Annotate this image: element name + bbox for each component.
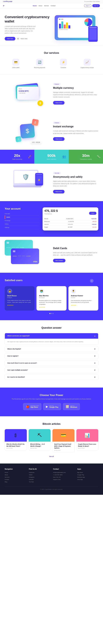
test-name-alan: Alan Morrtes [39,295,64,296]
footer-link-contact[interactable]: Contact [5,479,26,480]
dot-3[interactable] [53,313,54,314]
send-button[interactable]: Send [89,212,96,215]
security-tag: Security [53,172,61,174]
account-nav-exchange[interactable]: Exchange [5,219,39,222]
dot-1[interactable] [49,313,50,314]
appstore-button[interactable]: 🍎 Download on the App Store [23,403,42,410]
phone-card [88,26,98,42]
article-card-4[interactable]: 📊 Crypto Returns From Loss: Ready To Mov… [76,429,98,452]
nav-buttons: Sign In Sign Up [84,4,100,7]
nav-link-service[interactable]: Service [44,5,49,6]
footer-link-about[interactable]: About [5,474,26,476]
store-buttons: 🍎 Download on the App Store ▶ Get it on … [5,403,98,410]
article-date-4: Nov 10, 2021 [78,448,97,449]
exchange-card-2: Ξ [15,136,22,142]
security-illustration: 🛡️ 🔒 [13,170,42,195]
start-now-button[interactable]: Start now [5,37,15,40]
footer-phone[interactable]: +1 234 567 8900 [53,474,74,476]
multicurrency-visual: Bitcoin 0.0234 BTC ≈ $1,234.56 ₿ [5,81,50,106]
article-title-3: Send Your Payment Used With A Rage Of Pa… [54,443,73,449]
faq-chevron-2: ▼ [94,348,96,350]
footer-app-store[interactable]: App Store [77,472,98,473]
see-all-link[interactable]: See all [5,456,98,457]
faq-q-text-5: Can I open multiple accounts? [7,369,28,371]
article-body-1: Why Do Altcoins Exist? Do We Still Need … [5,442,27,450]
exchange-btn[interactable]: Read more [53,137,64,141]
footer-link-twitter[interactable]: Twitter [29,474,50,476]
exchange-illustration: $ ₿ Ξ 1 BTC = $43,250 [13,118,42,144]
sign-in-button[interactable]: Sign In [84,4,91,7]
account-nav-history[interactable]: History [5,222,39,226]
account-nav-settings[interactable]: Settings [5,226,39,229]
faq-question-3[interactable]: How to register? ▼ [5,353,98,359]
nav-link-about[interactable]: About [39,5,42,6]
card-num-blue: 8881 **** **** 1006 [13,255,37,257]
cards-visual: 5121 **** **** 7105 VISA 8881 **** **** … [5,243,50,266]
card-line [89,27,97,28]
article-img-4: 📊 [76,429,98,442]
stat-item-transactions: 30m Transactions monthly 💸 [69,150,103,164]
dot-2[interactable] [51,313,52,314]
account-nav-wallet[interactable]: Wallet [5,216,39,219]
faq-item-5: Can I open multiple accounts? ▼ [5,367,98,373]
security-desc: Digital wallet with best safety protecti… [53,180,98,187]
visa-logo-2: VISA [33,261,37,262]
footer-google-play[interactable]: Google Play [77,474,98,476]
stat-label-speed: Faster processing [3,158,31,160]
faq-list: Which currencies are supported? ▲ We sup… [5,333,98,380]
card-blue: 8881 **** **** 1006 VISA [11,248,39,264]
windows-icon: 🪟 [66,405,69,408]
sign-up-button[interactable]: Sign Up [92,4,100,7]
phone-screen: 🔒 [36,176,42,184]
article-body-4: Crypto Returns From Loss: Ready To Move?… [76,442,98,450]
tx-amount-litecoin: +2.5 LTC [68,224,73,225]
footer-col-navigation: Navigation Home About Services Contact B… [5,468,26,484]
faq-question-2[interactable]: What is the PayOut? ▼ [5,346,98,352]
faq-item-4: How much does it cost to open an account… [5,360,98,366]
nav-link-contact[interactable]: Contact [51,5,56,6]
article-card-3[interactable]: 💳 Send Your Payment Used With A Rage Of … [52,429,74,452]
security-title: Anonymously and safely [53,176,98,178]
watch-video-button[interactable]: ▶ Watch video [17,37,27,40]
article-card-1[interactable]: ₿ Why Do Altcoins Exist? Do We Still Nee… [5,429,27,452]
tx-value-litecoin: +$45.80 [92,224,96,225]
footer-link-facebook[interactable]: Facebook [29,472,50,473]
footer-support[interactable]: Support Chat [53,479,74,480]
services-title: Our services [5,52,98,54]
mockup-label: Portfolio Overview [59,29,91,30]
footer-link-linkedin[interactable]: LinkedIn [29,479,50,480]
multicurrency-btn[interactable]: Read more [53,101,64,104]
account-nav-overview[interactable]: Overview [5,212,39,216]
article-date-1: Oct 14, 2021 [7,448,25,449]
footer-link-services[interactable]: Services [5,476,26,478]
footer-link-youtube[interactable]: YouTube [29,481,50,482]
faq-question-5[interactable]: Can I open multiple accounts? ▼ [5,368,98,373]
debit-cards-btn[interactable]: More details [53,259,65,262]
feature-exchange: $ ₿ Ξ 1 BTC = $43,250 Feature Instant ex… [0,112,103,150]
faq-question-4[interactable]: How much does it cost to open an account… [5,360,98,366]
googleplay-button[interactable]: ▶ Get it on Google Play [43,403,61,410]
faq-question-1[interactable]: Which currencies are supported? ▲ [5,333,98,339]
laptop-screen: 🛡️ [14,171,37,183]
faq-question-6[interactable]: Do I need to be identified? ▼ [5,374,98,380]
avatar-david: 👨 [7,289,12,294]
footer-link-home[interactable]: Home [5,472,26,473]
footer-linux-app[interactable]: Linux App [77,479,98,480]
nav-link-home[interactable]: Home [33,5,37,6]
footer: Navigation Home About Services Contact B… [0,464,103,495]
multicurrency-desc: Manage multiple currencies simultaneousl… [53,91,98,98]
service-label-courses: Cryptocurrency courses [81,67,94,68]
security-btn[interactable]: Read more [53,190,64,194]
faq-item-3: How to register? ▼ [5,353,98,359]
windows-button[interactable]: 🪟 Get it on Windows [63,403,80,410]
add-testimonial-button[interactable]: + [90,279,94,283]
faq-section: Question answer Which currencies are sup… [0,320,103,388]
footer-email[interactable]: info@cryptowallet.com [53,472,74,473]
bar-3 [64,24,66,28]
footer-windows-app[interactable]: Windows App [77,476,98,478]
account-section: Your account Overview Wallet Exchange Hi… [0,201,103,237]
footer-link-blog[interactable]: Blog [5,481,26,482]
article-card-2[interactable]: ⛏ Bitcoin Mining — Is It Worth It Range?… [29,429,51,452]
footer-link-instagram[interactable]: Instagram [29,476,50,478]
article-img-2: ⛏ [29,429,51,442]
